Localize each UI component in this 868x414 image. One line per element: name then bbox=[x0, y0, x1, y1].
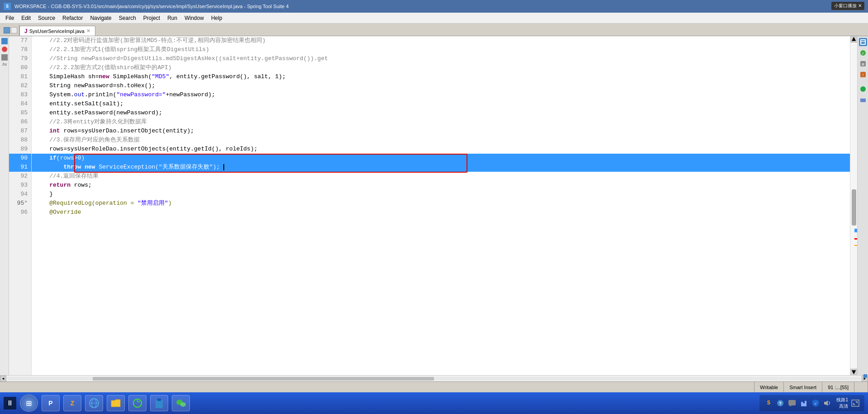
tray-shield-icon[interactable]: ✓ bbox=[811, 399, 820, 408]
menu-file[interactable]: File bbox=[2, 14, 18, 22]
line-num-85: 85 bbox=[9, 108, 31, 118]
line-num-92: 92 bbox=[9, 172, 31, 181]
tray-volume-icon[interactable] bbox=[823, 399, 832, 408]
taskbar-app-browser[interactable] bbox=[85, 395, 103, 411]
right-icon-5[interactable] bbox=[859, 85, 867, 93]
tray-fullscreen-icon[interactable] bbox=[851, 399, 860, 408]
code-line-89: rows=sysUserRoleDao.insertObjects(entity… bbox=[32, 145, 850, 154]
right-icon-4[interactable]: ! bbox=[859, 71, 867, 79]
code-line-90: if(rows>0) bbox=[32, 154, 850, 163]
scrollbar-track[interactable] bbox=[850, 42, 857, 369]
start-button[interactable]: ⊞ bbox=[20, 395, 38, 412]
svg-marker-22 bbox=[790, 405, 792, 407]
svg-point-18 bbox=[180, 402, 186, 407]
svg-point-0 bbox=[2, 47, 7, 52]
title-text: WORKSPACE - CGB-DB-SYS-V3.01/src/main/ja… bbox=[14, 4, 289, 9]
tray-s-icon[interactable]: S bbox=[764, 399, 773, 408]
right-icon-6[interactable] bbox=[859, 96, 867, 104]
editor-nav-icon[interactable] bbox=[4, 27, 10, 33]
line-num-79: 79 bbox=[9, 54, 31, 63]
right-icon-3[interactable]: ⊞ bbox=[859, 60, 867, 68]
tab-sysuser[interactable]: J SysUserServiceImpl.java ✕ bbox=[19, 26, 95, 36]
taskbar-app-folder[interactable] bbox=[107, 395, 125, 411]
menu-edit[interactable]: Edit bbox=[18, 14, 34, 22]
editor-nav-icon2[interactable] bbox=[11, 27, 17, 33]
code-editor[interactable]: //2.2对密码进行盐值加密(加密算法MD5-特点:不可逆,相同内容加密结果也相… bbox=[32, 36, 850, 375]
code-line-80: //2.2.2加密方式2(借助shiro框架中的API) bbox=[32, 63, 850, 72]
breakpoint-icon[interactable] bbox=[1, 46, 8, 52]
scroll-marker-warning bbox=[854, 245, 857, 246]
scroll-left-button[interactable]: ◀ bbox=[0, 376, 6, 382]
tray-network-icon[interactable] bbox=[799, 399, 808, 408]
taskbar: ⏸ ⊞ P Z S ? ✓ bbox=[0, 392, 868, 414]
code-line-92: //4.返回保存结果 bbox=[32, 172, 850, 181]
line-num-86: 86 bbox=[9, 118, 31, 127]
menu-navigate[interactable]: Navigate bbox=[86, 14, 115, 22]
tray-chat-icon[interactable] bbox=[788, 399, 797, 408]
status-writable: Writable bbox=[755, 382, 784, 392]
line-num-77: 77 bbox=[9, 36, 31, 45]
scroll-down-button[interactable]: ▼ bbox=[850, 369, 857, 375]
svg-rect-28 bbox=[852, 400, 859, 406]
line-num-88: 88 bbox=[9, 136, 31, 145]
tray-label1: 线路1 bbox=[836, 397, 848, 403]
svg-marker-29 bbox=[855, 401, 858, 404]
mini-window-label[interactable]: 小窗口播放 ✕ bbox=[831, 2, 864, 10]
right-icon-1[interactable] bbox=[859, 38, 867, 46]
line-num-84: 84 bbox=[9, 99, 31, 108]
svg-rect-10 bbox=[860, 99, 866, 102]
menu-window[interactable]: Window bbox=[181, 14, 208, 22]
vertical-scrollbar[interactable]: ▲ ▼ bbox=[850, 36, 857, 375]
code-line-77: //2.2对密码进行盐值加密(加密算法MD5-特点:不可逆,相同内容加密结果也相… bbox=[32, 36, 850, 45]
line-num-95: 95° bbox=[9, 199, 31, 208]
left-toolbar: Ju bbox=[0, 36, 9, 375]
menu-refactor[interactable]: Refactor bbox=[59, 14, 86, 22]
tray-help-icon[interactable]: ? bbox=[776, 399, 785, 408]
code-line-93: return rows; bbox=[32, 181, 850, 190]
status-bar: Writable Smart Insert 91 :...[55] bbox=[0, 381, 868, 392]
code-line-94: } bbox=[32, 190, 850, 199]
code-line-78: //2.2.1加密方式1(借助spring框架工具类DigestUtils) bbox=[32, 45, 850, 54]
line-num-81: 81 bbox=[9, 72, 31, 81]
tab-bar: J SysUserServiceImpl.java ✕ bbox=[0, 24, 868, 36]
svg-rect-21 bbox=[788, 400, 796, 405]
svg-text:!: ! bbox=[862, 73, 864, 78]
status-main bbox=[0, 382, 755, 392]
taskbar-app-z[interactable]: Z bbox=[63, 395, 81, 411]
pause-button[interactable]: ⏸ bbox=[4, 397, 16, 409]
scroll-up-button[interactable]: ▲ bbox=[850, 36, 857, 42]
menu-run[interactable]: Run bbox=[164, 14, 181, 22]
svg-point-17 bbox=[176, 400, 183, 405]
line-num-96: 96 bbox=[9, 208, 31, 217]
bookmark-icon[interactable] bbox=[1, 38, 8, 44]
line-num-93: 93 bbox=[9, 181, 31, 190]
svg-rect-23 bbox=[803, 403, 805, 406]
svg-marker-27 bbox=[824, 400, 828, 406]
right-sidebar: ✓ ⊞ ! bbox=[857, 36, 868, 375]
taskbar-app-refresh[interactable] bbox=[128, 395, 146, 411]
right-icon-2[interactable]: ✓ bbox=[859, 49, 867, 57]
status-position: 91 :...[55] bbox=[822, 382, 854, 392]
menu-project[interactable]: Project bbox=[140, 14, 164, 22]
code-wrapper: 77 78 79 80 81 82 83 84 85 86 87 88 89 9… bbox=[9, 36, 857, 375]
svg-point-14 bbox=[133, 399, 142, 407]
menu-help[interactable]: Help bbox=[208, 14, 226, 22]
h-scroll-thumb[interactable] bbox=[93, 377, 434, 381]
tray-labels: 线路1 高清 bbox=[836, 397, 848, 409]
svg-marker-30 bbox=[853, 403, 855, 405]
taskbar-app-clipboard[interactable] bbox=[150, 395, 168, 411]
task-icon[interactable] bbox=[1, 54, 8, 61]
line-numbers: 77 78 79 80 81 82 83 84 85 86 87 88 89 9… bbox=[9, 36, 32, 375]
taskbar-app-wechat[interactable] bbox=[172, 395, 190, 411]
code-line-81: SimpleHash sh=new SimpleHash("MD5", enti… bbox=[32, 72, 850, 81]
code-line-88: //3.保存用户对应的角色关系数据 bbox=[32, 136, 850, 145]
taskbar-app-p[interactable]: P bbox=[42, 395, 60, 411]
menu-search[interactable]: Search bbox=[115, 14, 140, 22]
svg-rect-25 bbox=[805, 401, 807, 406]
menu-source[interactable]: Source bbox=[34, 14, 59, 22]
horizontal-scrollbar[interactable]: ◀ ▶ bbox=[0, 375, 868, 381]
code-line-91: throw new ServiceException("关系数据保存失败"); bbox=[32, 163, 850, 172]
h-scroll-track[interactable] bbox=[7, 377, 861, 381]
scrollbar-thumb[interactable] bbox=[852, 189, 856, 226]
line-num-78: 78 bbox=[9, 45, 31, 54]
